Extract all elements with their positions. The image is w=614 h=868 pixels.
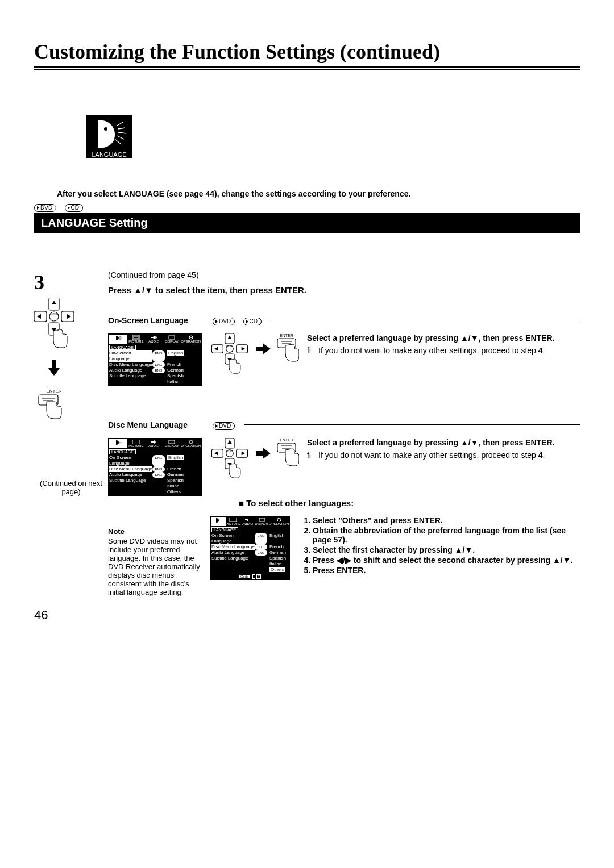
- step-instruction: Press ▲/▼ to select the item, then press…: [108, 285, 580, 295]
- svg-marker-28: [151, 336, 155, 339]
- disc-badges: DVD CD: [34, 202, 580, 212]
- svg-text:ENTER: ENTER: [226, 450, 234, 452]
- down-arrow-icon: [34, 360, 74, 379]
- other-languages-heading: ■ To select other languages:: [239, 498, 580, 508]
- svg-text:LANGUAGE: LANGUAGE: [92, 151, 126, 158]
- svg-text:ENTER: ENTER: [50, 312, 58, 315]
- svg-point-1: [104, 127, 107, 131]
- step-number: 3: [34, 270, 108, 294]
- svg-rect-69: [259, 518, 265, 521]
- discmenu-language-label: Disc Menu Language: [108, 420, 188, 429]
- svg-text:ENTER: ENTER: [226, 345, 234, 348]
- osd-tab-language: [109, 439, 127, 448]
- onscreen-note: ﬁ If you do not want to make any other s…: [307, 346, 580, 355]
- remote-dpad-icon: ENTER: [34, 298, 74, 351]
- osd-tab-picture: PICTURE: [127, 335, 146, 344]
- continued-from: (Continued from page 45): [108, 270, 580, 279]
- continued-next-page: (Continued on next page): [34, 479, 108, 496]
- osd-menu-discmenu: PICTURE AUDIO DISPLAY OPERATION LANGUAGE…: [108, 438, 202, 496]
- discmenu-select-instruction: Select a preferred language by pressing …: [307, 438, 580, 447]
- page-title: Customizing the Function Settings (conti…: [34, 40, 580, 64]
- svg-marker-68: [245, 518, 248, 521]
- svg-rect-27: [134, 336, 138, 339]
- enter-button-icon: ENTER: [274, 438, 299, 469]
- cd-badge: CD: [243, 318, 262, 326]
- page-number: 46: [34, 608, 580, 623]
- remote-dpad-icon: ENTER: [210, 333, 252, 377]
- right-arrow-icon: [256, 438, 271, 472]
- enter-button-icon: ENTER: [34, 389, 74, 422]
- remote-dpad-icon: ENTER: [210, 438, 252, 481]
- osd-tab-display: DISPLAY: [163, 335, 181, 344]
- discmenu-language-header: Disc Menu Language DVD: [108, 420, 580, 430]
- dvd-badge: DVD: [34, 204, 56, 212]
- onscreen-language-header: On-Screen Language DVD CD: [108, 315, 580, 326]
- svg-rect-51: [169, 440, 175, 444]
- svg-rect-67: [230, 518, 237, 522]
- dvd-badge: DVD: [213, 318, 235, 326]
- discmenu-note: ﬁ If you do not want to make any other s…: [307, 450, 580, 460]
- other-languages-steps: Select "Others" and press ENTER. Obtain …: [301, 516, 580, 596]
- title-rule: [34, 66, 580, 70]
- osd-tab-language: [109, 335, 127, 344]
- cd-badge: CD: [65, 204, 83, 212]
- note-heading: Note: [108, 527, 202, 536]
- svg-rect-49: [132, 440, 139, 444]
- svg-point-52: [189, 440, 193, 444]
- onscreen-select-instruction: Select a preferred language by pressing …: [307, 333, 580, 343]
- osd-tab-audio: AUDIO: [145, 335, 163, 344]
- intro-text: After you select LANGUAGE (see page 44),…: [57, 189, 580, 198]
- svg-point-70: [277, 518, 281, 521]
- language-icon: LANGUAGE: [86, 115, 132, 158]
- note-body: Some DVD videos may not include your pre…: [108, 537, 202, 596]
- svg-marker-50: [151, 440, 155, 444]
- onscreen-language-label: On-Screen Language: [108, 316, 188, 325]
- osd-menu-others: PICTURE AUDIO DISPLAY OPERATION LANGUAGE…: [210, 516, 290, 596]
- section-bar: LANGUAGE Setting: [34, 213, 580, 233]
- right-arrow-icon: [256, 333, 271, 368]
- dvd-badge: DVD: [213, 422, 235, 430]
- osd-tab-operation: OPERATION: [181, 335, 201, 344]
- osd-menu-onscreen: PICTURE AUDIO DISPLAY OPERATION LANGUAGE…: [108, 333, 202, 386]
- svg-rect-29: [169, 336, 175, 339]
- svg-point-31: [190, 337, 192, 338]
- enter-button-icon: ENTER: [274, 333, 299, 365]
